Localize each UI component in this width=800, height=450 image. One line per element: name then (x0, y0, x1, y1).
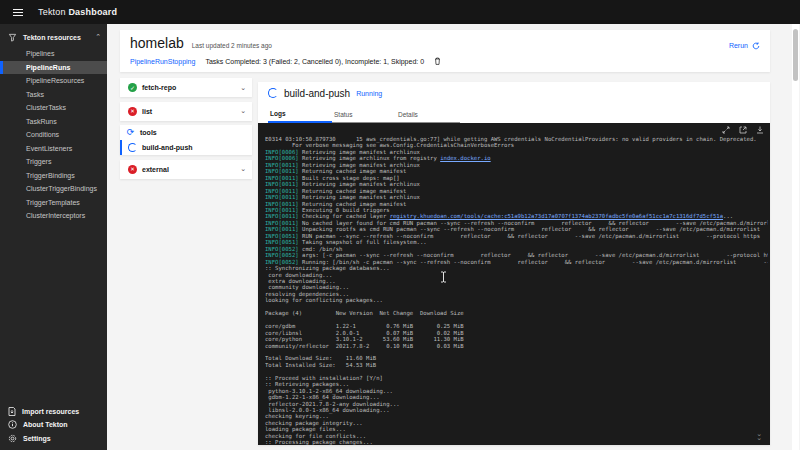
detail-status-badge: Running (356, 90, 382, 97)
detail-header: build-and-push Running (258, 82, 770, 104)
task-row-build-and-push[interactable]: build-and-push (120, 140, 252, 155)
detail-tabs: Logs Status Details (258, 104, 770, 123)
detail-title: build-and-push (284, 88, 350, 99)
task-card-external: ✕ external ⌄ (120, 160, 252, 179)
footer-item-label: Settings (23, 435, 51, 442)
sidebar-group-label: Tekton resources (23, 34, 95, 41)
tab-logs[interactable]: Logs (268, 104, 332, 123)
sidebar-item-triggers[interactable]: Triggers (0, 155, 107, 169)
sidebar-item-tasks[interactable]: Tasks (0, 88, 107, 102)
sidebar-item-clustertriggerbindings[interactable]: ClusterTriggerBindings (0, 182, 107, 196)
launch-icon[interactable] (739, 126, 747, 134)
task-card-fetch-repo: ✓ fetch-repo ⌄ (120, 78, 252, 97)
sidebar-item-taskruns[interactable]: TaskRuns (0, 115, 107, 129)
last-updated-text: Last updated 2 minutes ago (192, 42, 272, 49)
gear-icon (8, 434, 17, 443)
rerun-button[interactable]: Rerun (729, 42, 760, 50)
log-toolbar (722, 126, 764, 134)
task-name: tools (140, 129, 157, 136)
page-title: homelab (130, 35, 184, 51)
footer-item-label: Import resources (22, 408, 79, 415)
maximize-icon[interactable] (722, 126, 730, 134)
app-title: Tekton Dashboard (38, 7, 117, 17)
rerun-label: Rerun (729, 42, 748, 49)
sidebar-item-pipelines[interactable]: Pipelines (0, 47, 107, 61)
chevron-down-icon: ⌄ (240, 107, 246, 115)
log-link[interactable]: index.docker.io (440, 155, 491, 161)
error-x-icon: ✕ (128, 165, 137, 174)
chevron-up-icon: ⌃ (95, 33, 101, 41)
chevron-down-icon: ⌄ (240, 165, 246, 173)
pipelinerun-header: homelab Last updated 2 minutes ago Rerun… (120, 30, 770, 72)
success-check-icon: ✓ (128, 83, 137, 92)
tab-details[interactable]: Details (396, 104, 460, 123)
restart-icon (752, 42, 760, 50)
running-spinner-icon (128, 143, 137, 152)
sidebar-item-about-tekton[interactable]: About Tekton (0, 418, 107, 432)
page-scrollbar (792, 24, 799, 450)
tasks-summary-text: Tasks Completed: 3 (Failed: 2, Cancelled… (205, 58, 424, 65)
task-row-tools[interactable]: ⟳ tools (120, 125, 252, 140)
footer-item-label: About Tekton (23, 421, 68, 428)
sidebar-item-pipelineruns[interactable]: PipelineRuns (0, 61, 107, 75)
sidebar-item-import-resources[interactable]: Import resources (0, 405, 107, 419)
task-name: list (142, 108, 152, 115)
sidebar-item-triggerbindings[interactable]: TriggerBindings (0, 169, 107, 183)
running-retry-icon: ⟳ (126, 128, 135, 137)
pipelinerun-status-link[interactable]: PipelineRunStopping (130, 58, 195, 65)
task-row-external[interactable]: ✕ external ⌄ (120, 160, 252, 179)
info-icon (8, 420, 17, 429)
sidebar: Tekton resources ⌃ Pipelines PipelineRun… (0, 24, 107, 450)
sidebar-group-tekton-resources[interactable]: Tekton resources ⌃ (0, 27, 107, 47)
delete-button[interactable] (434, 57, 441, 65)
task-card-tools: ⟳ tools build-and-push (120, 125, 252, 155)
sidebar-item-eventlisteners[interactable]: EventListeners (0, 142, 107, 156)
main-content: homelab Last updated 2 minutes ago Rerun… (107, 24, 800, 450)
task-card-list: ✕ list ⌄ (120, 102, 252, 121)
task-row-fetch-repo[interactable]: ✓ fetch-repo ⌄ (120, 78, 252, 97)
page-scrollbar-thumb[interactable] (793, 29, 798, 81)
tekton-resources-icon (8, 33, 17, 42)
sidebar-item-clustertasks[interactable]: ClusterTasks (0, 101, 107, 115)
sidebar-item-conditions[interactable]: Conditions (0, 128, 107, 142)
sidebar-item-triggertemplates[interactable]: TriggerTemplates (0, 196, 107, 210)
chevron-down-icon: ⌄ (240, 84, 246, 92)
import-icon (8, 407, 16, 416)
sidebar-item-pipelineresources[interactable]: PipelineResources (0, 74, 107, 88)
scroll-to-bottom-icon[interactable]: ⌄⌄ (756, 432, 762, 440)
download-icon[interactable] (756, 126, 764, 134)
task-name: external (142, 166, 169, 173)
tab-status[interactable]: Status (332, 104, 396, 123)
sidebar-item-settings[interactable]: Settings (0, 432, 107, 446)
trash-icon (434, 57, 441, 65)
log-content[interactable]: E0314 03:10:50.879730 15 aws_credentials… (265, 136, 768, 445)
log-line: :: Processing package changes... (265, 439, 768, 445)
sidebar-item-clusterinterceptors[interactable]: ClusterInterceptors (0, 209, 107, 223)
task-row-list[interactable]: ✕ list ⌄ (120, 102, 252, 121)
running-spinner-icon (268, 88, 278, 98)
error-x-icon: ✕ (128, 107, 137, 116)
task-detail-panel: build-and-push Running Logs Status Detai… (258, 82, 770, 445)
hamburger-menu-icon[interactable] (6, 0, 30, 24)
sidebar-footer: Import resources About Tekton Settings (0, 405, 107, 450)
top-bar: Tekton Dashboard (0, 0, 800, 24)
task-name: build-and-push (142, 144, 193, 151)
log-viewer: E0314 03:10:50.879730 15 aws_credentials… (258, 123, 770, 445)
task-list: ✓ fetch-repo ⌄ ✕ list ⌄ ⟳ tools build-an… (120, 78, 252, 183)
task-name: fetch-repo (142, 84, 176, 91)
log-link[interactable]: registry.khuedoan.com/tools/cache:c51a9b… (390, 213, 723, 219)
